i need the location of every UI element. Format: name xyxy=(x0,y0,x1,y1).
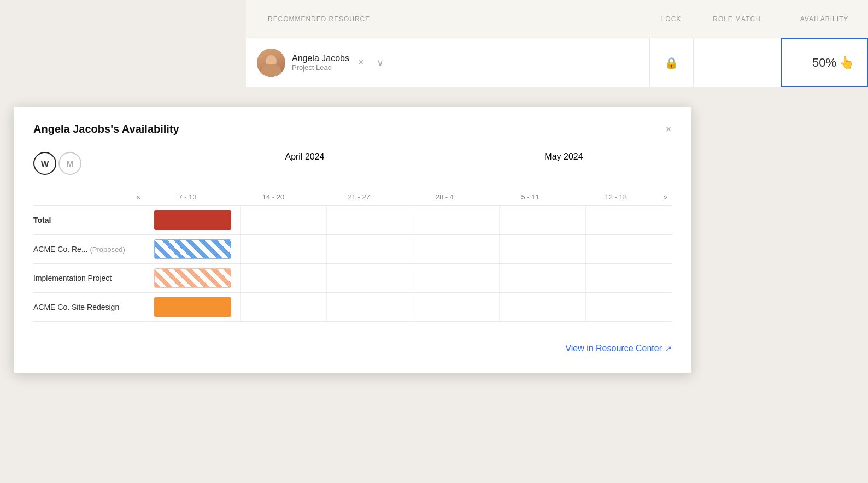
total-week-3-cell xyxy=(413,206,499,234)
total-week-0-cell xyxy=(154,206,240,234)
calendar-area: W M April 2024 May 2024 « 7 - 13 14 - 20… xyxy=(33,152,672,322)
site-redesign-week-1-cell xyxy=(240,293,326,321)
site-redesign-week-3-cell xyxy=(413,293,499,321)
modal-header: Angela Jacobs's Availability × xyxy=(33,123,672,136)
lock-header: LOCK xyxy=(649,15,693,23)
implementation-week-3-cell xyxy=(413,264,499,292)
week-col-0: 7 - 13 xyxy=(145,193,231,201)
acme-proposed-row-label: ACME Co. Re... (Proposed) xyxy=(33,245,154,254)
acme-proposed-week-0-cell xyxy=(154,235,240,263)
week-view-button[interactable]: W xyxy=(33,152,56,175)
availability-rows: Total ACME Co. Re... (Proposed) xyxy=(33,205,672,322)
view-toggle: W M xyxy=(33,152,154,175)
view-resource-center-label: View in Resource Center xyxy=(565,344,662,354)
total-row-cells xyxy=(154,206,672,234)
external-link-icon: ↗ xyxy=(665,344,672,353)
month-headers: April 2024 May 2024 xyxy=(154,152,672,162)
month-view-button[interactable]: M xyxy=(58,152,81,175)
resource-info: Angela Jacobs Project Lead × ∨ xyxy=(246,49,649,77)
resource-actions: × ∨ xyxy=(356,55,397,71)
footer-link-area: View in Resource Center ↗ xyxy=(33,335,672,354)
april-label: April 2024 xyxy=(154,152,456,162)
availability-value: 50% xyxy=(812,56,836,70)
resource-role: Project Lead xyxy=(292,63,349,72)
week-col-4: 5 - 11 xyxy=(488,193,573,201)
availability-modal: Angela Jacobs's Availability × W M April… xyxy=(14,107,691,373)
acme-proposed-week-5-cell xyxy=(585,235,672,263)
week-col-1: 14 - 20 xyxy=(231,193,316,201)
acme-proposed-week-4-cell xyxy=(499,235,585,263)
close-resource-button[interactable]: × xyxy=(356,55,366,70)
acme-proposed-week-2-cell xyxy=(326,235,413,263)
availability-cell[interactable]: 50% 👆 xyxy=(781,38,868,87)
implementation-bar xyxy=(154,268,231,288)
role-match-header: ROLE MATCH xyxy=(693,15,781,23)
proposed-badge: (Proposed) xyxy=(90,245,125,254)
implementation-row-cells xyxy=(154,264,672,292)
cursor-hand-icon: 👆 xyxy=(839,56,854,70)
site-redesign-row-cells xyxy=(154,293,672,321)
availability-header: AVAILABILITY xyxy=(781,15,868,23)
resource-row: Angela Jacobs Project Lead × ∨ 🔒 50% 👆 xyxy=(246,38,868,87)
recommended-resource-header: RECOMMENDED RESOURCE xyxy=(246,15,649,23)
implementation-week-5-cell xyxy=(585,264,672,292)
lock-icon: 🔒 xyxy=(665,56,678,69)
lock-cell[interactable]: 🔒 xyxy=(649,38,693,87)
acme-proposed-bar xyxy=(154,239,231,259)
next-weeks-button[interactable]: » xyxy=(659,192,672,201)
total-week-1-cell xyxy=(240,206,326,234)
site-redesign-week-5-cell xyxy=(585,293,672,321)
may-label: May 2024 xyxy=(456,152,672,162)
modal-close-button[interactable]: × xyxy=(665,123,672,136)
week-col-3: 28 - 4 xyxy=(402,193,488,201)
week-navigation: « 7 - 13 14 - 20 21 - 27 28 - 4 5 - 11 1… xyxy=(132,192,672,201)
resource-name-block: Angela Jacobs Project Lead xyxy=(292,54,349,72)
total-week-2-cell xyxy=(326,206,413,234)
total-week-4-cell xyxy=(499,206,585,234)
site-redesign-row-label: ACME Co. Site Redesign xyxy=(33,303,154,311)
view-resource-center-button[interactable]: View in Resource Center ↗ xyxy=(565,344,672,354)
week-columns: 7 - 13 14 - 20 21 - 27 28 - 4 5 - 11 12 … xyxy=(145,193,659,201)
acme-proposed-week-1-cell xyxy=(240,235,326,263)
site-redesign-bar xyxy=(154,297,231,317)
total-bar xyxy=(154,210,231,230)
role-match-cell xyxy=(693,38,781,87)
expand-resource-button[interactable]: ∨ xyxy=(374,55,386,71)
total-week-5-cell xyxy=(585,206,672,234)
modal-title: Angela Jacobs's Availability xyxy=(33,123,179,136)
implementation-week-0-cell xyxy=(154,264,240,292)
site-redesign-row: ACME Co. Site Redesign xyxy=(33,292,672,322)
acme-proposed-week-3-cell xyxy=(413,235,499,263)
acme-proposed-row-cells xyxy=(154,235,672,263)
implementation-week-1-cell xyxy=(240,264,326,292)
site-redesign-week-4-cell xyxy=(499,293,585,321)
total-row: Total xyxy=(33,205,672,234)
implementation-week-4-cell xyxy=(499,264,585,292)
acme-proposed-row: ACME Co. Re... (Proposed) xyxy=(33,234,672,263)
total-row-label: Total xyxy=(33,216,154,225)
implementation-row: Implementation Project xyxy=(33,263,672,292)
avatar xyxy=(257,49,285,77)
prev-weeks-button[interactable]: « xyxy=(132,192,145,201)
site-redesign-week-0-cell xyxy=(154,293,240,321)
implementation-week-2-cell xyxy=(326,264,413,292)
site-redesign-week-2-cell xyxy=(326,293,413,321)
week-col-2: 21 - 27 xyxy=(316,193,402,201)
top-bar: RECOMMENDED RESOURCE LOCK ROLE MATCH AVA… xyxy=(246,0,868,38)
implementation-row-label: Implementation Project xyxy=(33,274,154,282)
resource-name: Angela Jacobs xyxy=(292,54,349,63)
week-col-5: 12 - 18 xyxy=(573,193,659,201)
